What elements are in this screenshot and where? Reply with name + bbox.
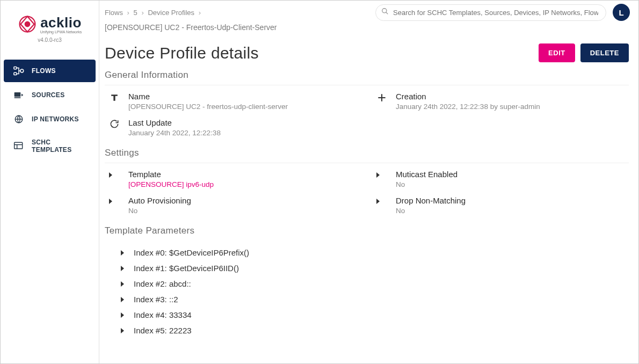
field-value: No [396,180,458,188]
search-icon [381,8,389,17]
plus-icon [376,92,388,105]
arrow-right-icon [121,328,124,333]
brand-name: acklio [40,14,82,31]
sidebar-item-label: IP NETWORKS [32,115,79,123]
breadcrumb-sep: › [199,9,201,17]
svg-rect-2 [14,67,17,69]
main-content: Flows › 5 › Device Profiles › L [OPENSOU… [99,1,638,363]
search-input[interactable] [375,4,606,21]
template-parameter-list: Index #0: $GetDeviceIP6Prefix() Index #1… [105,245,629,338]
field-value: January 24th 2022, 12:22:38 [128,129,221,137]
template-parameter-row[interactable]: Index #3: ::2 [117,292,629,307]
template-parameter-row[interactable]: Index #1: $GetDeviceIP6IID() [117,260,629,276]
app-version: v4.0.0-rc3 [1,37,99,43]
arrow-right-icon [121,250,124,256]
globe-icon [13,114,24,124]
field-auto-provisioning[interactable]: Auto Provisioning No [105,196,361,215]
breadcrumb-subtitle: [OPENSOURCE] UC2 - Freertos-Udp-Client-S… [99,23,638,35]
section-heading-template-params: Template Parameters [105,225,629,238]
sources-icon [13,90,24,100]
svg-rect-6 [14,97,21,98]
template-icon [13,141,24,151]
breadcrumb-item[interactable]: 5 [134,9,137,17]
arrow-right-icon [109,196,121,206]
topbar: Flows › 5 › Device Profiles › L [99,1,638,23]
field-value: No [128,207,191,215]
sidebar-item-schc-templates[interactable]: SCHC TEMPLATES [4,132,96,160]
breadcrumb-item[interactable]: Flows [105,9,123,17]
edit-button[interactable]: EDIT [539,43,575,62]
breadcrumb-sep: › [127,9,129,17]
brand-logo: acklio Unifying LPWA Networks v4.0.0-rc3 [1,10,99,45]
svg-rect-3 [14,72,17,75]
search-wrap [375,4,606,21]
template-parameter-text: Index #2: abcd:: [134,279,191,288]
field-label: Auto Provisioning [128,196,191,205]
sidebar-item-flows[interactable]: FLOWS [4,60,96,82]
brand-mark-icon [18,14,37,34]
arrow-right-icon [376,196,388,206]
field-value: No [396,207,466,215]
template-parameter-text: Index #0: $GetDeviceIP6Prefix() [134,248,249,257]
template-parameter-row[interactable]: Index #2: abcd:: [117,276,629,292]
template-parameter-text: Index #5: 22223 [134,326,192,335]
field-label: Template [128,170,214,179]
avatar[interactable]: L [613,4,630,21]
arrow-right-icon [109,170,121,180]
arrow-right-icon [121,281,124,287]
sidebar-item-ip-networks[interactable]: IP NETWORKS [4,108,96,130]
section-heading-settings: Settings [105,148,629,163]
field-value[interactable]: [OPENSOURCE] ipv6-udp [128,180,214,188]
sidebar-item-sources[interactable]: SOURCES [4,84,96,106]
arrow-right-icon [121,266,124,271]
field-label: Last Update [128,118,221,127]
field-value: [OPENSOURCE] UC2 - freertos-udp-client-s… [128,103,288,111]
template-parameter-row[interactable]: Index #5: 22223 [117,323,629,338]
field-label: Name [128,92,288,101]
svg-point-1 [24,21,30,27]
svg-rect-5 [14,92,21,97]
field-label: Drop Non-Matching [396,196,466,205]
sidebar-item-label: SOURCES [32,91,64,99]
field-drop-non-matching[interactable]: Drop Non-Matching No [372,196,629,215]
field-name: Name [OPENSOURCE] UC2 - freertos-udp-cli… [105,92,361,111]
template-parameter-row[interactable]: Index #0: $GetDeviceIP6Prefix() [117,245,629,260]
arrow-right-icon [376,170,388,180]
flows-icon [13,66,24,76]
arrow-right-icon [121,312,124,318]
template-parameter-text: Index #3: ::2 [134,295,178,304]
sidebar: acklio Unifying LPWA Networks v4.0.0-rc3… [1,1,99,363]
sidebar-nav: FLOWS SOURCES IP NETWORKS SCHC TEMPLATES [1,58,99,162]
field-value: January 24th 2022, 12:22:38 by super-adm… [396,103,540,111]
refresh-icon [109,118,121,132]
field-label: Muticast Enabled [396,170,458,179]
field-template[interactable]: Template [OPENSOURCE] ipv6-udp [105,170,361,188]
svg-point-9 [382,9,387,13]
breadcrumb-item[interactable]: Device Profiles [148,9,194,17]
template-parameter-text: Index #1: $GetDeviceIP6IID() [134,264,239,273]
avatar-initial: L [619,8,623,17]
field-last-update: Last Update January 24th 2022, 12:22:38 [105,118,361,137]
sidebar-item-label: FLOWS [32,67,56,75]
text-icon [109,92,121,105]
breadcrumb-sep: › [141,9,143,17]
delete-button[interactable]: DELETE [580,43,629,62]
field-creation: Creation January 24th 2022, 12:22:38 by … [372,92,629,111]
svg-rect-8 [14,142,23,149]
template-parameter-text: Index #4: 33334 [134,310,192,319]
sidebar-item-label: SCHC TEMPLATES [32,139,86,154]
field-multicast[interactable]: Muticast Enabled No [372,170,629,188]
field-label: Creation [396,92,540,101]
svg-point-4 [20,69,24,72]
brand-tagline: Unifying LPWA Networks [40,30,82,34]
page-title: Device Profile details [105,44,259,62]
breadcrumb: Flows › 5 › Device Profiles › [105,9,369,17]
section-heading-general: General Information [105,70,629,85]
template-parameter-row[interactable]: Index #4: 33334 [117,307,629,323]
arrow-right-icon [121,297,124,302]
